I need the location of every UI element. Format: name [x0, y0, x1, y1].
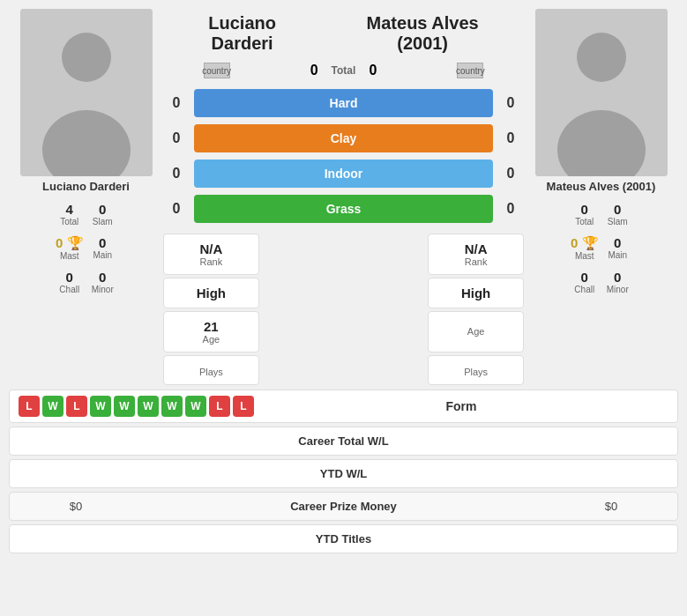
form-badge-w: W	[138, 396, 159, 417]
left-player-stats: 4 Total 0 Slam 0 🏆 Mast 0 Main 0 Chal	[54, 198, 118, 298]
career-prize-row: $0 Career Prize Money $0	[9, 492, 678, 521]
right-player-card: Mateus Alves (2001) 0 Total 0 Slam 0 🏆 M…	[524, 9, 678, 298]
main-container: Luciano Darderi 4 Total 0 Slam 0 🏆 Mast …	[0, 0, 687, 566]
form-badges: LWLWWWWWLL	[19, 396, 254, 417]
comparison-area: Luciano Darderi 4 Total 0 Slam 0 🏆 Mast …	[9, 9, 678, 385]
svg-point-1	[62, 33, 111, 82]
left-stat-mast: 0 🏆 Mast	[54, 232, 86, 264]
age-row: 21 Age Age	[163, 311, 524, 353]
plays-row: Plays Plays	[163, 355, 524, 385]
right-high-box: High	[428, 278, 524, 308]
right-country-flag: country	[457, 63, 483, 78]
bottom-section: LWLWWWWWLL Form Career Total W/L YTD W/L…	[9, 390, 678, 553]
left-player-name: Luciano Darderi	[42, 180, 130, 193]
right-name-header: Mateus Alves (2001)	[367, 13, 479, 54]
svg-point-4	[577, 33, 626, 82]
right-age-box: Age	[428, 311, 524, 353]
left-country-flag: country	[204, 63, 230, 78]
score-right-grass: 0	[497, 201, 524, 217]
left-age-box: 21 Age	[163, 311, 259, 353]
ytd-wl-row: YTD W/L	[9, 459, 678, 488]
form-badge-w: W	[90, 396, 111, 417]
left-stat-chall: 0 Chall	[54, 266, 86, 298]
left-name-header: Luciano Darderi	[208, 13, 276, 54]
score-left-hard: 0	[163, 95, 190, 111]
left-stat-minor: 0 Minor	[87, 266, 119, 298]
form-badge-l: L	[233, 396, 254, 417]
right-total-score: 0	[369, 63, 377, 78]
surface-row-grass: 0 Grass 0	[163, 191, 524, 226]
total-label: Total	[332, 64, 356, 77]
right-stat-total: 0 Total	[569, 198, 601, 230]
surface-btn-hard[interactable]: Hard	[194, 89, 493, 117]
surface-rows: 0 Hard 0 0 Clay 0 0 Indoor 0 0 Grass 0	[163, 85, 524, 226]
left-plays-box: Plays	[163, 355, 259, 385]
right-player-name: Mateus Alves (2001)	[547, 180, 656, 193]
right-player-stats: 0 Total 0 Slam 0 🏆 Mast 0 Main 0 Chal	[569, 198, 633, 298]
right-stat-main: 0 Main	[602, 232, 634, 264]
ytd-wl-label: YTD W/L	[129, 467, 558, 480]
form-row: LWLWWWWWLL Form	[9, 390, 678, 423]
career-wl-row: Career Total W/L	[9, 427, 678, 456]
form-label: Form	[254, 399, 668, 413]
right-stat-mast: 0 🏆 Mast	[569, 232, 601, 264]
form-badge-w: W	[114, 396, 135, 417]
surface-btn-clay[interactable]: Clay	[194, 124, 493, 152]
right-player-photo	[535, 9, 668, 176]
names-row: Luciano Darderi Mateus Alves (2001)	[163, 9, 524, 63]
left-total-score: 0	[310, 63, 318, 78]
left-player-photo	[20, 9, 153, 176]
center-column: Luciano Darderi Mateus Alves (2001) coun…	[163, 9, 524, 385]
surface-row-hard: 0 Hard 0	[163, 85, 524, 121]
career-prize-left: $0	[23, 500, 129, 513]
career-prize-right: $0	[558, 500, 664, 513]
form-badge-l: L	[209, 396, 230, 417]
form-badge-w: W	[161, 396, 183, 417]
career-prize-label: Career Prize Money	[129, 500, 558, 513]
surface-row-indoor: 0 Indoor 0	[163, 156, 524, 191]
form-badge-l: L	[66, 396, 87, 417]
left-stat-slam: 0 Slam	[87, 198, 119, 230]
right-plays-box: Plays	[428, 355, 524, 385]
surface-row-clay: 0 Clay 0	[163, 121, 524, 156]
right-stat-minor: 0 Minor	[602, 266, 634, 298]
score-left-indoor: 0	[163, 166, 190, 182]
left-info-box: N/A Rank	[163, 234, 259, 275]
info-boxes-row: N/A Rank N/A Rank	[163, 234, 524, 275]
surface-btn-grass[interactable]: Grass	[194, 195, 493, 223]
score-left-clay: 0	[163, 130, 190, 146]
form-badge-w: W	[185, 396, 206, 417]
country-row: country 0 Total 0 country	[163, 63, 524, 78]
left-stat-main: 0 Main	[87, 232, 119, 264]
center-spacer	[264, 234, 424, 275]
form-badge-w: W	[42, 396, 63, 417]
high-row: High High	[163, 278, 524, 308]
score-right-clay: 0	[497, 130, 524, 146]
ytd-titles-label: YTD Titles	[129, 532, 558, 545]
right-stat-slam: 0 Slam	[602, 198, 634, 230]
left-stat-total: 4 Total	[54, 198, 86, 230]
score-right-hard: 0	[497, 95, 524, 111]
left-player-card: Luciano Darderi 4 Total 0 Slam 0 🏆 Mast …	[9, 9, 163, 298]
right-stat-chall: 0 Chall	[569, 266, 601, 298]
career-wl-label: Career Total W/L	[129, 434, 558, 448]
score-right-indoor: 0	[497, 166, 524, 182]
right-info-box: N/A Rank	[428, 234, 524, 275]
score-left-grass: 0	[163, 201, 190, 217]
form-badge-l: L	[19, 396, 40, 417]
left-high-box: High	[163, 278, 259, 308]
surface-btn-indoor[interactable]: Indoor	[194, 160, 493, 188]
ytd-titles-row: YTD Titles	[9, 524, 678, 553]
